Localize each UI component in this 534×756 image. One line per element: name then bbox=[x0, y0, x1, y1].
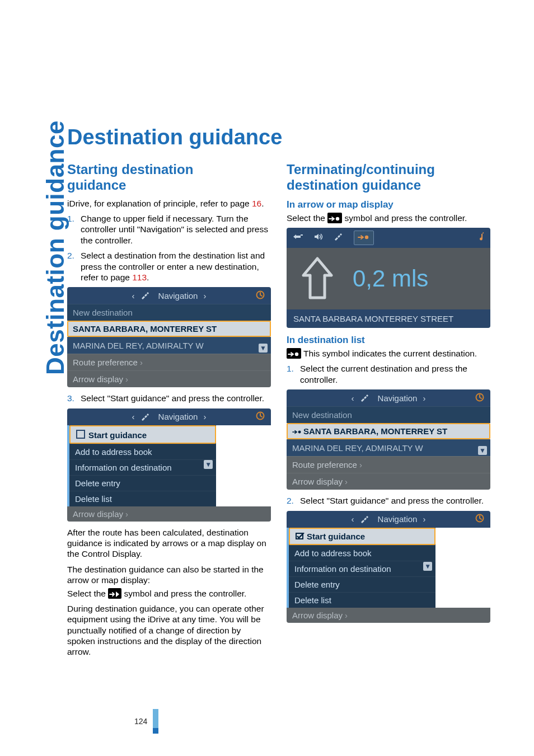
step-text: Select "Start guidance" and press the co… bbox=[81, 393, 264, 403]
page-title: Destination guidance bbox=[67, 125, 506, 149]
terminate-symbol-icon bbox=[327, 213, 342, 223]
step-list-right-2: 2.Select "Start guidance" and press the … bbox=[287, 495, 490, 506]
page-footer: 124 bbox=[134, 709, 506, 734]
checkmark-icon bbox=[296, 532, 305, 541]
option-start-guidance: Start guidance bbox=[289, 528, 435, 545]
intro-paragraph: iDrive, for explanation of principle, re… bbox=[67, 198, 271, 209]
nav-new-destination: New destination bbox=[287, 406, 490, 423]
nav-header: ‹ Navigation › bbox=[67, 408, 271, 425]
paragraph-during-guidance: During destination guidance, you can ope… bbox=[67, 603, 271, 658]
nav-header: ‹ Navigation › bbox=[67, 287, 271, 304]
arrow-street-label: SANTA BARBARA MONTERREY STREET bbox=[287, 309, 490, 328]
option-delete-entry: Delete entry bbox=[289, 576, 435, 592]
caret-left-icon: ‹ bbox=[352, 393, 354, 403]
option-add-to-address-book: Add to address book bbox=[289, 545, 435, 561]
screenshot-arrow-display: 0,2 mls SANTA BARBARA MONTERREY STREET bbox=[287, 228, 490, 328]
screenshot-navigation-options-2: ‹ Navigation › Start guidance Add to add… bbox=[287, 511, 490, 623]
step-text: Select a destination from the destinatio… bbox=[81, 250, 271, 283]
page-number: 124 bbox=[134, 717, 147, 726]
svg-marker-2 bbox=[116, 591, 119, 597]
current-destination-symbol-icon bbox=[287, 348, 301, 359]
satellite-icon bbox=[334, 233, 344, 243]
nav-arrow-display: Arrow display› bbox=[67, 370, 271, 387]
back-icon bbox=[292, 233, 303, 243]
step-list-start: 1.Change to upper field if necessary. Tu… bbox=[67, 213, 271, 283]
right-column: Terminating/continuing destination guida… bbox=[287, 162, 490, 662]
paragraph-select-symbol-right: Select the symbol and press the controll… bbox=[287, 213, 490, 223]
arrow-topbar bbox=[287, 228, 490, 248]
scroll-down-icon: ▼ bbox=[423, 562, 432, 571]
paragraph-after-route: After the route has been calculated, des… bbox=[67, 527, 271, 560]
option-delete-entry: Delete entry bbox=[69, 475, 216, 491]
option-add-to-address-book: Add to address book bbox=[69, 444, 216, 459]
satellite-icon bbox=[140, 413, 149, 421]
nav-selected-destination: SANTA BARBARA, MONTERREY ST bbox=[67, 321, 271, 337]
svg-point-4 bbox=[365, 236, 368, 239]
screenshot-navigation-list-2: ‹ Navigation › New destination SANTA BAR… bbox=[287, 389, 490, 490]
arrow-mid: 0,2 mls bbox=[287, 248, 490, 309]
heading-terminating-continuing: Terminating/continuing destination guida… bbox=[287, 162, 490, 194]
page-link-113[interactable]: 113 bbox=[132, 273, 147, 282]
step-list-start-2: 3.Select "Start guidance" and press the … bbox=[67, 393, 271, 403]
nav-route-preference: Route preference› bbox=[67, 354, 271, 370]
active-guidance-icon bbox=[354, 231, 374, 245]
scroll-down-icon: ▼ bbox=[259, 344, 268, 353]
subheading-arrow-or-map: In arrow or map display bbox=[287, 199, 490, 210]
page-link-16[interactable]: 16 bbox=[252, 199, 261, 208]
scroll-down-icon: ▼ bbox=[204, 460, 213, 469]
heading-starting-destination-guidance: Starting destination guidance bbox=[67, 162, 271, 194]
nav-destination-item: MARINA DEL REY, ADMIRALTY W bbox=[67, 337, 271, 354]
option-delete-list: Delete list bbox=[289, 592, 435, 608]
paragraph-select-symbol: Select the symbol and press the controll… bbox=[67, 588, 271, 599]
step-text: Change to upper field if necessary. Turn… bbox=[81, 213, 271, 246]
clock-icon bbox=[475, 513, 485, 525]
checkbox-empty-icon bbox=[76, 430, 85, 439]
caret-right-icon: › bbox=[203, 412, 206, 421]
paragraph-current-destination-symbol: This symbol indicates the current destin… bbox=[287, 348, 490, 359]
step-text: Select "Start guidance" and press the co… bbox=[300, 495, 484, 506]
start-guidance-symbol-icon bbox=[108, 588, 121, 599]
nav-arrow-display: Arrow display› bbox=[67, 506, 271, 522]
option-information-on-destination: Information on destination bbox=[289, 561, 435, 576]
svg-point-7 bbox=[298, 431, 301, 434]
svg-point-3 bbox=[336, 217, 339, 220]
nav-arrow-display: Arrow display› bbox=[287, 608, 490, 623]
nav-header-label: Navigation bbox=[378, 393, 418, 403]
caret-right-icon: › bbox=[203, 291, 206, 300]
caret-left-icon: ‹ bbox=[352, 514, 354, 524]
caret-left-icon: ‹ bbox=[132, 291, 135, 300]
nav-selected-destination: SANTA BARBARA, MONTERREY ST bbox=[287, 423, 490, 439]
page-indicator-bar bbox=[153, 709, 158, 734]
satellite-icon bbox=[360, 394, 369, 402]
scroll-down-icon: ▼ bbox=[478, 446, 487, 455]
satellite-icon bbox=[360, 515, 369, 523]
option-information-on-destination: Information on destination bbox=[69, 459, 216, 475]
big-arrow-icon bbox=[298, 256, 337, 301]
nav-header: ‹ Navigation › bbox=[287, 389, 490, 406]
nav-new-destination: New destination bbox=[67, 304, 271, 321]
paragraph-also-started: The destination guidance can also be sta… bbox=[67, 564, 271, 586]
option-start-guidance: Start guidance bbox=[69, 425, 216, 444]
step-number: 2. bbox=[287, 495, 300, 506]
nav-route-preference: Route preference› bbox=[287, 456, 490, 473]
step-list-right: 1.Select the current destination and pre… bbox=[287, 363, 490, 385]
clock-icon bbox=[475, 392, 485, 404]
nav-header-label: Navigation bbox=[158, 291, 198, 300]
nav-header-label: Navigation bbox=[158, 412, 198, 421]
distance-value: 0,2 mls bbox=[353, 265, 428, 292]
caret-right-icon: › bbox=[423, 514, 425, 524]
satellite-icon bbox=[140, 292, 149, 299]
step-number: 3. bbox=[67, 393, 81, 403]
subheading-in-destination-list: In destination list bbox=[287, 335, 490, 346]
music-note-icon bbox=[477, 232, 485, 244]
screenshot-navigation-list: ‹ Navigation › New destination SANTA BAR… bbox=[67, 287, 271, 387]
screenshot-navigation-options: ‹ Navigation › Start guidance Add to add… bbox=[67, 408, 271, 522]
nav-header-label: Navigation bbox=[378, 514, 418, 524]
nav-destination-item: MARINA DEL REY, ADMIRALTY W bbox=[287, 439, 490, 456]
nav-arrow-display: Arrow display› bbox=[287, 473, 490, 490]
sidebar-section-label: Destination guidance bbox=[41, 120, 69, 375]
left-column: Starting destination guidance iDrive, fo… bbox=[67, 162, 271, 662]
nav-header: ‹ Navigation › bbox=[287, 511, 490, 528]
speaker-icon bbox=[313, 233, 324, 243]
caret-left-icon: ‹ bbox=[132, 412, 135, 421]
